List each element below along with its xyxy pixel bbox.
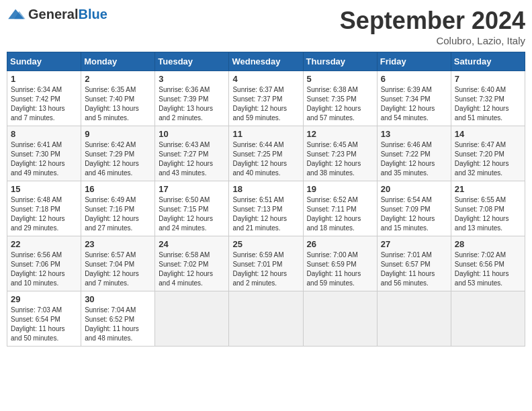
day-detail: Sunrise: 6:44 AMSunset: 7:25 PMDaylight:… [232, 141, 287, 177]
calendar-cell: 28 Sunrise: 7:02 AMSunset: 6:56 PMDaylig… [451, 236, 525, 291]
day-number: 28 [455, 239, 521, 249]
calendar-table: SundayMondayTuesdayWednesdayThursdayFrid… [7, 52, 525, 347]
calendar-week-5: 29 Sunrise: 7:03 AMSunset: 6:54 PMDaylig… [7, 291, 525, 347]
day-detail: Sunrise: 6:52 AMSunset: 7:11 PMDaylight:… [307, 196, 361, 232]
day-detail: Sunrise: 6:43 AMSunset: 7:27 PMDaylight:… [159, 141, 213, 177]
day-number: 14 [455, 129, 521, 139]
calendar-body: 1 Sunrise: 6:34 AMSunset: 7:42 PMDayligh… [7, 71, 525, 347]
calendar-cell: 11 Sunrise: 6:44 AMSunset: 7:25 PMDaylig… [229, 126, 303, 181]
calendar-cell [155, 291, 229, 347]
weekday-header-friday: Friday [377, 52, 451, 71]
calendar-week-3: 15 Sunrise: 6:48 AMSunset: 7:18 PMDaylig… [7, 181, 525, 236]
day-number: 29 [11, 294, 77, 304]
calendar-cell: 15 Sunrise: 6:48 AMSunset: 7:18 PMDaylig… [7, 181, 81, 236]
day-detail: Sunrise: 6:56 AMSunset: 7:06 PMDaylight:… [11, 251, 65, 287]
day-detail: Sunrise: 6:42 AMSunset: 7:29 PMDaylight:… [85, 141, 139, 177]
day-detail: Sunrise: 6:37 AMSunset: 7:37 PMDaylight:… [232, 86, 287, 122]
calendar-cell: 1 Sunrise: 6:34 AMSunset: 7:42 PMDayligh… [7, 71, 81, 126]
day-number: 3 [159, 74, 225, 84]
day-number: 25 [232, 239, 299, 249]
day-detail: Sunrise: 6:47 AMSunset: 7:20 PMDaylight:… [455, 141, 509, 177]
calendar-cell: 16 Sunrise: 6:49 AMSunset: 7:16 PMDaylig… [81, 181, 155, 236]
calendar-cell: 9 Sunrise: 6:42 AMSunset: 7:29 PMDayligh… [81, 126, 155, 181]
location: Colubro, Lazio, Italy [340, 35, 525, 46]
day-detail: Sunrise: 6:49 AMSunset: 7:16 PMDaylight:… [85, 196, 139, 232]
calendar-header-row: SundayMondayTuesdayWednesdayThursdayFrid… [7, 52, 525, 71]
day-number: 19 [307, 184, 373, 194]
calendar-cell [229, 291, 303, 347]
day-detail: Sunrise: 6:41 AMSunset: 7:30 PMDaylight:… [11, 141, 65, 177]
day-detail: Sunrise: 6:35 AMSunset: 7:40 PMDaylight:… [85, 86, 139, 122]
calendar-cell: 24 Sunrise: 6:58 AMSunset: 7:02 PMDaylig… [155, 236, 229, 291]
day-detail: Sunrise: 6:55 AMSunset: 7:08 PMDaylight:… [455, 196, 509, 232]
calendar-cell [451, 291, 525, 347]
calendar-cell: 20 Sunrise: 6:54 AMSunset: 7:09 PMDaylig… [377, 181, 451, 236]
weekday-header-thursday: Thursday [303, 52, 377, 71]
day-number: 7 [455, 74, 521, 84]
day-detail: Sunrise: 7:03 AMSunset: 6:54 PMDaylight:… [11, 306, 65, 342]
calendar-cell: 7 Sunrise: 6:40 AMSunset: 7:32 PMDayligh… [451, 71, 525, 126]
day-detail: Sunrise: 6:36 AMSunset: 7:39 PMDaylight:… [159, 86, 213, 122]
day-number: 26 [307, 239, 373, 249]
day-number: 6 [381, 74, 447, 84]
calendar-cell: 14 Sunrise: 6:47 AMSunset: 7:20 PMDaylig… [451, 126, 525, 181]
weekday-header-saturday: Saturday [451, 52, 525, 71]
calendar-cell: 10 Sunrise: 6:43 AMSunset: 7:27 PMDaylig… [155, 126, 229, 181]
day-number: 17 [159, 184, 225, 194]
day-number: 15 [11, 184, 77, 194]
calendar-cell: 30 Sunrise: 7:04 AMSunset: 6:52 PMDaylig… [81, 291, 155, 347]
day-number: 10 [159, 129, 225, 139]
day-detail: Sunrise: 7:00 AMSunset: 6:59 PMDaylight:… [307, 251, 361, 287]
day-detail: Sunrise: 6:54 AMSunset: 7:09 PMDaylight:… [381, 196, 435, 232]
day-number: 18 [232, 184, 299, 194]
calendar-cell: 8 Sunrise: 6:41 AMSunset: 7:30 PMDayligh… [7, 126, 81, 181]
calendar-cell: 27 Sunrise: 7:01 AMSunset: 6:57 PMDaylig… [377, 236, 451, 291]
month-title: September 2024 [340, 7, 525, 35]
calendar-cell: 29 Sunrise: 7:03 AMSunset: 6:54 PMDaylig… [7, 291, 81, 347]
weekday-header-sunday: Sunday [7, 52, 81, 71]
day-detail: Sunrise: 6:34 AMSunset: 7:42 PMDaylight:… [11, 86, 65, 122]
day-number: 20 [381, 184, 447, 194]
day-number: 16 [85, 184, 151, 194]
day-detail: Sunrise: 6:57 AMSunset: 7:04 PMDaylight:… [85, 251, 139, 287]
calendar-cell: 3 Sunrise: 6:36 AMSunset: 7:39 PMDayligh… [155, 71, 229, 126]
calendar-cell: 25 Sunrise: 6:59 AMSunset: 7:01 PMDaylig… [229, 236, 303, 291]
weekday-header-monday: Monday [81, 52, 155, 71]
day-detail: Sunrise: 6:59 AMSunset: 7:01 PMDaylight:… [232, 251, 287, 287]
calendar-week-2: 8 Sunrise: 6:41 AMSunset: 7:30 PMDayligh… [7, 126, 525, 181]
day-detail: Sunrise: 6:48 AMSunset: 7:18 PMDaylight:… [11, 196, 65, 232]
day-detail: Sunrise: 6:46 AMSunset: 7:22 PMDaylight:… [381, 141, 435, 177]
day-number: 4 [232, 74, 299, 84]
logo-text: GeneralBlue [28, 7, 107, 22]
day-detail: Sunrise: 6:38 AMSunset: 7:35 PMDaylight:… [307, 86, 361, 122]
calendar-cell: 5 Sunrise: 6:38 AMSunset: 7:35 PMDayligh… [303, 71, 377, 126]
day-number: 8 [11, 129, 77, 139]
day-detail: Sunrise: 6:58 AMSunset: 7:02 PMDaylight:… [159, 251, 213, 287]
day-number: 12 [307, 129, 373, 139]
day-number: 27 [381, 239, 447, 249]
calendar-cell [303, 291, 377, 347]
calendar-cell: 12 Sunrise: 6:45 AMSunset: 7:23 PMDaylig… [303, 126, 377, 181]
day-number: 11 [232, 129, 299, 139]
logo-icon [7, 8, 26, 21]
day-number: 9 [85, 129, 151, 139]
calendar-cell: 6 Sunrise: 6:39 AMSunset: 7:34 PMDayligh… [377, 71, 451, 126]
calendar-cell: 19 Sunrise: 6:52 AMSunset: 7:11 PMDaylig… [303, 181, 377, 236]
day-detail: Sunrise: 6:51 AMSunset: 7:13 PMDaylight:… [232, 196, 287, 232]
day-number: 22 [11, 239, 77, 249]
calendar-cell: 4 Sunrise: 6:37 AMSunset: 7:37 PMDayligh… [229, 71, 303, 126]
logo: GeneralBlue [7, 7, 107, 22]
calendar-cell: 18 Sunrise: 6:51 AMSunset: 7:13 PMDaylig… [229, 181, 303, 236]
calendar-cell: 26 Sunrise: 7:00 AMSunset: 6:59 PMDaylig… [303, 236, 377, 291]
calendar-cell: 2 Sunrise: 6:35 AMSunset: 7:40 PMDayligh… [81, 71, 155, 126]
day-number: 13 [381, 129, 447, 139]
calendar-week-4: 22 Sunrise: 6:56 AMSunset: 7:06 PMDaylig… [7, 236, 525, 291]
day-detail: Sunrise: 6:50 AMSunset: 7:15 PMDaylight:… [159, 196, 213, 232]
calendar-cell: 21 Sunrise: 6:55 AMSunset: 7:08 PMDaylig… [451, 181, 525, 236]
page-header: GeneralBlue September 2024 Colubro, Lazi… [7, 7, 525, 46]
day-number: 30 [85, 294, 151, 304]
calendar-week-1: 1 Sunrise: 6:34 AMSunset: 7:42 PMDayligh… [7, 71, 525, 126]
calendar-cell [377, 291, 451, 347]
day-number: 2 [85, 74, 151, 84]
calendar-cell: 13 Sunrise: 6:46 AMSunset: 7:22 PMDaylig… [377, 126, 451, 181]
